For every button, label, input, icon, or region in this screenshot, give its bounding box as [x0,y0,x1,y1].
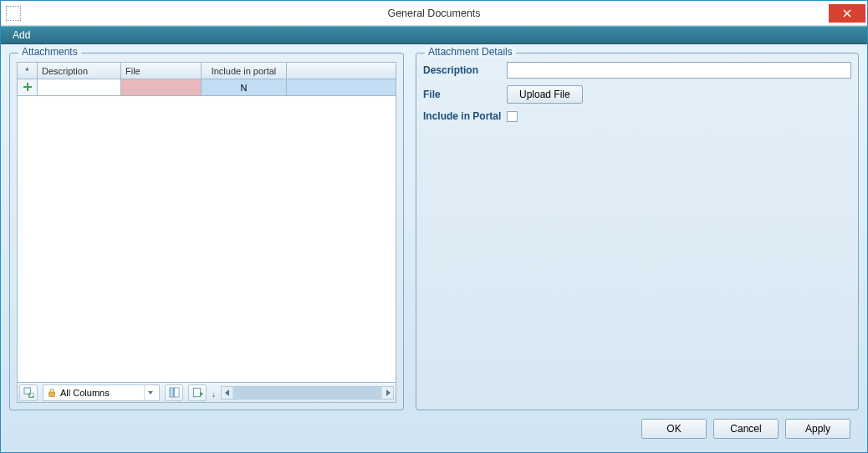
label-description: Description [423,64,507,76]
svg-rect-10 [193,388,200,396]
toolbar-overflow-icon[interactable] [212,387,216,399]
attachment-details-legend: Attachment Details [425,46,516,58]
close-button[interactable] [829,4,865,23]
cell-include[interactable]: N [202,79,287,96]
grid-refresh-icon [23,387,34,398]
grid-view-icon [169,387,180,398]
grid-export-icon [192,387,203,398]
plus-icon [23,82,33,94]
svg-point-12 [213,393,214,394]
column-filter-combo[interactable]: All Columns [43,384,160,401]
svg-rect-3 [23,86,32,88]
svg-rect-6 [49,392,55,397]
column-filter-label: All Columns [60,388,110,398]
column-header-description[interactable]: Description [38,63,121,79]
svg-marker-15 [386,389,391,396]
cell-file[interactable] [121,79,202,96]
dialog-body: Attachments * Description File Include i… [1,44,867,452]
scroll-right-arrow[interactable] [381,387,393,399]
attachments-grid[interactable]: * Description File Include in portal [17,62,396,403]
toolbar-refresh-button[interactable] [19,384,38,401]
attachments-legend: Attachments [18,46,81,58]
attachment-details-group: Attachment Details Description File Uplo… [416,53,859,410]
cancel-button[interactable]: Cancel [713,419,779,439]
row-new-indicator [18,79,38,96]
toolbar-view-button-2[interactable] [188,384,207,401]
window-title: General Documents [1,8,867,19]
svg-marker-5 [32,393,33,394]
lock-icon [47,388,57,398]
horizontal-scrollbar[interactable] [221,386,394,400]
close-icon [843,9,851,18]
column-header-star[interactable]: * [18,63,38,79]
grid-body-empty [18,96,396,382]
label-file: File [423,89,507,100]
scroll-left-arrow[interactable] [222,387,233,399]
include-portal-checkbox[interactable] [507,111,518,122]
menubar: Add [1,26,867,44]
column-header-include[interactable]: Include in portal [202,63,287,79]
label-include-portal: Include in Portal [423,110,507,122]
description-input[interactable] [507,62,851,79]
cell-description[interactable] [38,79,121,96]
chevron-down-icon [144,385,156,400]
grid-header: * Description File Include in portal [18,63,396,79]
dialog-footer: OK Cancel Apply [9,415,859,447]
menu-add[interactable]: Add [6,28,37,43]
svg-marker-11 [200,392,203,397]
ok-button[interactable]: OK [641,419,707,439]
column-header-spacer [287,63,396,79]
column-header-file[interactable]: File [121,63,202,79]
titlebar: General Documents [1,1,867,26]
attachments-group: Attachments * Description File Include i… [9,53,404,410]
grid-toolbar: All Columns [18,382,396,402]
svg-marker-7 [148,391,153,394]
svg-marker-14 [225,389,229,396]
toolbar-view-button-1[interactable] [165,384,183,401]
dialog-window: General Documents Add Attachments * Desc… [0,0,868,453]
svg-marker-13 [212,395,215,397]
svg-rect-8 [169,388,173,397]
cell-spacer [287,79,396,96]
table-row[interactable]: N [18,79,396,96]
system-menu-icon[interactable] [6,6,21,21]
scroll-thumb[interactable] [233,387,381,399]
description-cell-input[interactable] [38,79,120,95]
svg-rect-9 [174,388,179,397]
upload-file-button[interactable]: Upload File [507,85,583,104]
apply-button[interactable]: Apply [785,419,850,439]
